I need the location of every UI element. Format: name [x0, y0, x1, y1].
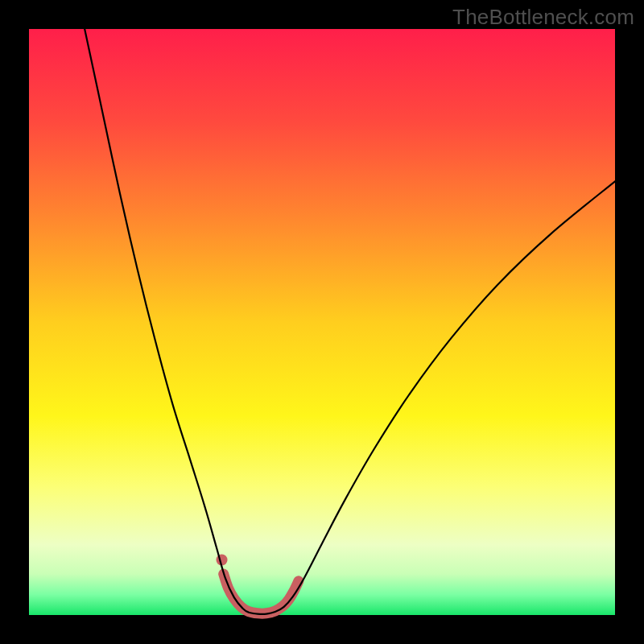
plot-area [29, 29, 615, 615]
watermark-text: TheBottleneck.com [452, 5, 634, 30]
valley-marker [224, 574, 299, 613]
chart-frame: TheBottleneck.com [0, 0, 644, 644]
chart-svg [29, 29, 615, 615]
bottleneck-curve [85, 29, 615, 614]
